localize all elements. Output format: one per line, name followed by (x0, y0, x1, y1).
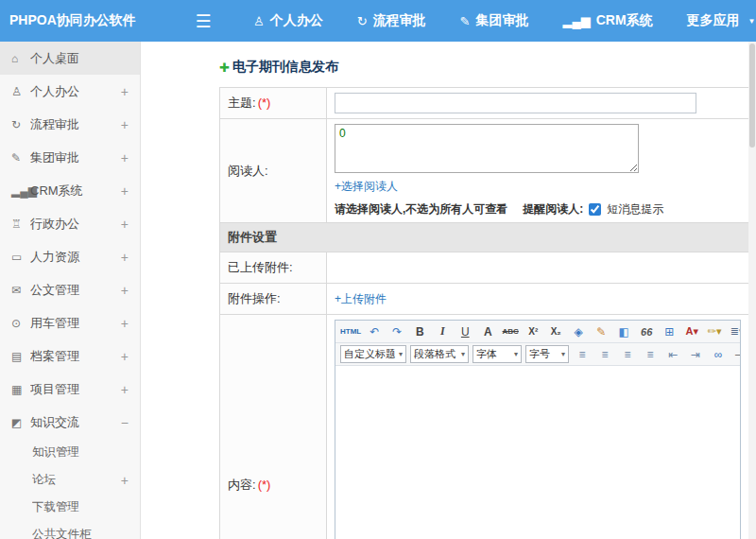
sidebar-item-vehicle-mgmt[interactable]: ⊙ 用车管理 + (0, 306, 140, 339)
nav-label: 个人办公 (270, 12, 323, 29)
expand-icon[interactable]: + (121, 473, 129, 488)
select-label: 字体 (476, 347, 497, 361)
sidebar-item-document-mgmt[interactable]: ✉ 公文管理 + (0, 273, 140, 306)
sidebar-item-label: 项目管理 (30, 381, 121, 398)
sidebar-item-archive-mgmt[interactable]: ▤ 档案管理 + (0, 339, 140, 373)
nav-personal-office[interactable]: ♙ 个人办公 (253, 12, 323, 29)
bold-button[interactable]: B (409, 322, 430, 342)
select-readers-link[interactable]: +选择阅读人 (335, 179, 398, 195)
align-justify-button[interactable]: ≡ (640, 344, 661, 365)
source-button[interactable]: HTML (339, 322, 362, 342)
id-card-icon: ▭ (11, 251, 30, 264)
nav-label: 流程审批 (373, 12, 426, 29)
sidebar-item-knowledge-exchange[interactable]: ◩ 知识交流 − (0, 406, 140, 439)
sidebar-item-process-approval[interactable]: ↻ 流程审批 + (0, 108, 140, 141)
sidebar-item-label: 下载管理 (32, 499, 129, 515)
sidebar-item-download-mgmt[interactable]: 下载管理 (0, 494, 140, 521)
underline-button[interactable]: U (455, 322, 475, 342)
sidebar-item-personal-office[interactable]: ♙ 个人办公 + (0, 75, 140, 108)
unordered-list-button[interactable]: ≣▾ (727, 322, 740, 342)
expand-icon[interactable]: + (121, 349, 129, 364)
nav-more-apps[interactable]: 更多应用 ▼ (687, 12, 756, 29)
redo-button[interactable]: ↷ (387, 322, 407, 342)
sidebar-item-crm[interactable]: ▂▄▆ CRM系统 + (0, 174, 140, 207)
subscript-button[interactable]: X₂ (545, 322, 566, 342)
collapse-icon[interactable]: − (121, 415, 129, 430)
required-mark: (*) (258, 96, 271, 110)
nav-label: 集团审批 (475, 12, 528, 29)
expand-icon[interactable]: + (121, 316, 129, 331)
horizontal-rule-button[interactable]: ― (730, 344, 740, 365)
font-select[interactable]: 字体 ▾ (472, 345, 522, 363)
sidebar-item-hr[interactable]: ▭ 人力资源 + (0, 240, 140, 273)
chat-icon: ◩ (11, 416, 30, 429)
sidebar-item-label: 公文管理 (30, 282, 121, 299)
select-label: 段落格式 (414, 347, 455, 361)
subject-label-cell: 主题:(*) (220, 88, 327, 119)
upload-attachment-link[interactable]: +上传附件 (335, 292, 387, 305)
nav-crm[interactable]: ▂▄▆ CRM系统 (562, 12, 652, 29)
format-painter-button[interactable]: ✎ (591, 322, 611, 342)
nav-group-approval[interactable]: ✎ 集团审批 (460, 12, 529, 29)
size-select[interactable]: 字号 ▾ (525, 345, 569, 363)
align-right-button[interactable]: ≡ (617, 344, 638, 365)
edit-icon: ✎ (11, 151, 30, 165)
outdent-button[interactable]: ⇤ (662, 344, 683, 365)
readers-label: 阅读人: (228, 164, 268, 178)
expand-icon[interactable]: + (121, 250, 129, 265)
subject-row: 主题:(*) (220, 88, 749, 119)
subject-input[interactable] (335, 93, 696, 113)
sidebar-item-group-approval[interactable]: ✎ 集团审批 + (0, 141, 140, 174)
content-label-cell: 内容:(*) (220, 315, 327, 539)
expand-icon[interactable]: + (121, 283, 129, 298)
expand-icon[interactable]: + (121, 183, 129, 199)
sidebar-item-knowledge-mgmt[interactable]: 知识管理 (0, 439, 140, 466)
align-left-button[interactable]: ≡ (572, 344, 593, 365)
scrollbar-thumb[interactable] (749, 43, 755, 148)
italic-button[interactable]: I (432, 322, 453, 342)
table-button[interactable]: ⊞ (659, 322, 679, 342)
page-scrollbar[interactable] (748, 42, 756, 539)
page-title-text: 电子期刊信息发布 (232, 59, 338, 76)
bar-chart-icon: ▂▄▆ (562, 14, 590, 28)
strikethrough-button[interactable]: ABC (500, 322, 521, 342)
content-row: 内容:(*) HTML ↶ ↷ B I U A ABC X² X₂ (220, 315, 749, 539)
sidebar-item-forum[interactable]: 论坛 + (0, 466, 140, 494)
font-color-button[interactable]: A▾ (681, 322, 702, 342)
undo-button[interactable]: ↶ (364, 322, 385, 342)
subject-label: 主题: (228, 96, 256, 110)
blockquote-button[interactable]: 66 (636, 322, 657, 342)
sms-checkbox[interactable] (589, 203, 601, 216)
fill-color-button[interactable]: ◧ (613, 322, 634, 342)
readers-textarea[interactable]: 0 (335, 124, 639, 173)
remove-format-button[interactable]: ◈ (568, 322, 589, 342)
chevron-down-icon: ▼ (748, 17, 756, 26)
sidebar-item-label: 知识管理 (32, 444, 129, 461)
sidebar-item-personal-desktop[interactable]: ⌂ 个人桌面 (0, 42, 140, 75)
menu-toggle-icon[interactable]: ☰ (189, 10, 217, 32)
highlight-button[interactable]: ✏▾ (704, 322, 725, 342)
sidebar-item-project-mgmt[interactable]: ▦ 项目管理 + (0, 373, 140, 406)
link-button[interactable]: ∞ (708, 344, 729, 365)
attachment-section-header: 附件设置 (220, 223, 749, 252)
expand-icon[interactable]: + (121, 382, 129, 397)
editor-content-area[interactable] (335, 366, 740, 539)
sidebar-item-admin-office[interactable]: ♖ 行政办公 + (0, 207, 140, 240)
nav-process-approval[interactable]: ↻ 流程审批 (357, 12, 426, 29)
font-button[interactable]: A (477, 322, 498, 342)
indent-button[interactable]: ⇥ (685, 344, 706, 365)
expand-icon[interactable]: + (121, 217, 129, 232)
nav-label: 更多应用 (687, 12, 740, 29)
align-center-button[interactable]: ≡ (594, 344, 615, 365)
expand-icon[interactable]: + (121, 150, 129, 165)
expand-icon[interactable]: + (121, 117, 129, 132)
expand-icon[interactable]: + (121, 84, 129, 99)
paragraph-select[interactable]: 段落格式 ▾ (410, 345, 469, 363)
chevron-down-icon: ▾ (461, 350, 465, 358)
superscript-button[interactable]: X² (523, 322, 543, 342)
uploaded-row: 已上传附件: (220, 252, 749, 284)
heading-select[interactable]: 自定义标题 ▾ (340, 345, 406, 363)
sms-label: 短消息提示 (607, 201, 663, 217)
sidebar-item-label: 知识交流 (30, 414, 121, 431)
sidebar-item-public-file-cabinet[interactable]: 公共文件柜 (0, 521, 140, 539)
